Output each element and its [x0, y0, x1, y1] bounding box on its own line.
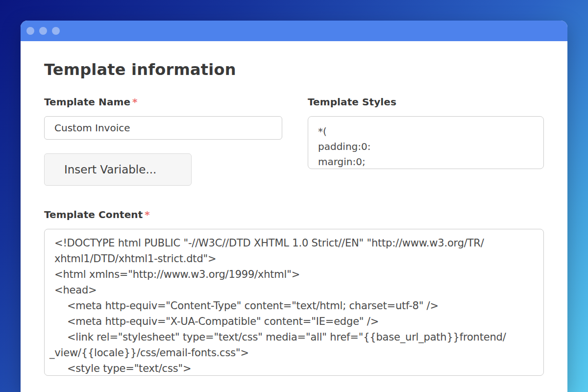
window-dot-icon[interactable] [52, 27, 60, 35]
required-asterisk: * [145, 209, 150, 220]
template-name-label: Template Name* [44, 97, 282, 107]
app-window: Template information Template Name* Inse… [21, 21, 567, 392]
content-code-line: xhtml1/DTD/xhtml1-strict.dtd"> [54, 251, 535, 267]
page-title: Template information [44, 61, 544, 78]
content-code-line: <link rel="stylesheet" type="text/css" m… [54, 329, 535, 345]
content-code-line: <meta http-equiv="X-UA-Compatible" conte… [54, 314, 535, 329]
window-titlebar [21, 21, 567, 41]
content-code-line: <style type="text/css"> [54, 361, 535, 376]
content-code-line: <head> [54, 282, 535, 298]
content-code-line: <html xmlns="http://www.w3.org/1999/xhtm… [54, 267, 535, 282]
template-styles-textarea[interactable]: *( padding:0: margin:0; [308, 116, 544, 169]
required-asterisk: * [132, 96, 138, 108]
window-dot-icon[interactable] [26, 27, 34, 35]
template-name-label-text: Template Name [44, 96, 130, 108]
template-name-input[interactable] [44, 116, 282, 140]
form-top-row: Template Name* Insert Variable... Templa… [44, 97, 544, 186]
template-content-textarea[interactable]: <!DOCTYPE html PUBLIC "-//W3C//DTD XHTML… [44, 229, 544, 376]
content-code-line: _view/{{locale}}/css/email-fonts.css"> [49, 345, 535, 361]
form-panel: Template information Template Name* Inse… [21, 41, 567, 392]
content-code-line: <meta http-equiv="Content-Type" content=… [54, 298, 535, 314]
insert-variable-button[interactable]: Insert Variable... [44, 153, 192, 186]
styles-line: margin:0; [318, 154, 534, 169]
template-name-column: Template Name* Insert Variable... [44, 97, 282, 186]
content-code-line: <!DOCTYPE html PUBLIC "-//W3C//DTD XHTML… [54, 235, 535, 251]
template-styles-column: Template Styles *( padding:0: margin:0; [308, 97, 544, 169]
styles-line: *( [318, 124, 534, 139]
styles-line: padding:0: [318, 139, 534, 154]
template-content-label: Template Content* [44, 209, 544, 220]
window-dot-icon[interactable] [39, 27, 47, 35]
template-content-label-text: Template Content [44, 209, 143, 220]
template-styles-label: Template Styles [308, 97, 544, 107]
